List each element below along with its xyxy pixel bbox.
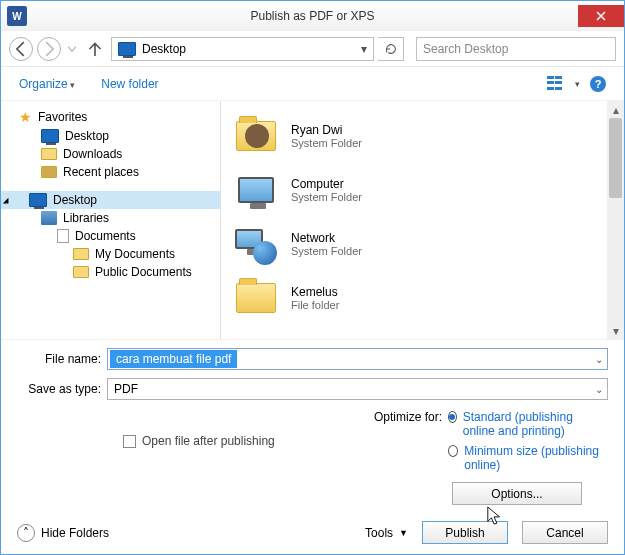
sidebar-item-desktop[interactable]: Desktop (1, 127, 220, 145)
list-item[interactable]: KemelusFile folder (235, 273, 610, 323)
tools-label: Tools (365, 526, 393, 540)
sidebar-item-recent[interactable]: Recent places (1, 163, 220, 181)
user-folder-icon (236, 121, 276, 151)
sidebar-item-documents[interactable]: Documents (1, 227, 220, 245)
search-placeholder: Search Desktop (423, 42, 508, 56)
radio-label: Minimum size (publishing online) (464, 444, 608, 472)
documents-icon (57, 229, 69, 243)
radio-icon (448, 411, 457, 423)
item-type: System Folder (291, 191, 362, 203)
form-area: File name: cara membuat file pdf ⌄ Save … (1, 339, 624, 511)
chevron-up-icon: ˄ (17, 524, 35, 542)
radio-minimum[interactable]: Minimum size (publishing online) (448, 444, 608, 472)
options-button[interactable]: Options... (452, 482, 582, 505)
scroll-thumb[interactable] (609, 118, 622, 198)
titlebar: W Publish as PDF or XPS (1, 1, 624, 31)
help-button[interactable]: ? (590, 76, 606, 92)
list-item[interactable]: NetworkSystem Folder (235, 219, 610, 269)
scroll-up-button[interactable]: ▴ (607, 101, 624, 118)
cancel-button[interactable]: Cancel (522, 521, 608, 544)
search-input[interactable]: Search Desktop (416, 37, 616, 61)
location-breadcrumb[interactable]: Desktop ▾ (111, 37, 374, 61)
publish-button[interactable]: Publish (422, 521, 508, 544)
item-type: System Folder (291, 137, 362, 149)
organize-button[interactable]: Organize (19, 77, 75, 91)
checkbox-icon (123, 435, 136, 448)
sidebar-item-label: Public Documents (95, 265, 192, 279)
folder-icon (73, 266, 89, 278)
sidebar-favorites-header[interactable]: ★ Favorites (1, 107, 220, 127)
sidebar-item-downloads[interactable]: Downloads (1, 145, 220, 163)
footer: ˄ Hide Folders Tools▼ Publish Cancel (1, 511, 624, 554)
item-name: Ryan Dwi (291, 123, 362, 137)
libraries-icon (41, 211, 57, 225)
scroll-down-button[interactable]: ▾ (607, 322, 624, 339)
sidebar-item-label: Recent places (63, 165, 139, 179)
sidebar-item-libraries[interactable]: Libraries (1, 209, 220, 227)
folder-icon (41, 148, 57, 160)
hide-folders-button[interactable]: ˄ Hide Folders (17, 524, 109, 542)
hide-folders-label: Hide Folders (41, 526, 109, 540)
radio-icon (448, 445, 458, 457)
sidebar-label: Favorites (38, 110, 87, 124)
view-mode-button[interactable] (547, 76, 565, 92)
forward-button[interactable] (37, 37, 61, 61)
view-dropdown[interactable]: ▾ (575, 79, 580, 89)
sidebar-item-label: Libraries (63, 211, 109, 225)
refresh-button[interactable] (378, 37, 404, 61)
open-after-checkbox[interactable]: Open file after publishing (123, 410, 275, 472)
item-type: File folder (291, 299, 339, 311)
save-type-value: PDF (108, 382, 144, 396)
scrollbar[interactable]: ▴ ▾ (607, 101, 624, 339)
desktop-icon (29, 193, 47, 207)
back-button[interactable] (9, 37, 33, 61)
save-type-label: Save as type: (17, 382, 101, 396)
file-name-value: cara membuat file pdf (110, 350, 237, 368)
sidebar-item-label: Desktop (53, 193, 97, 207)
word-icon: W (7, 6, 27, 26)
file-name-label: File name: (17, 352, 101, 366)
chevron-down-icon: ⌄ (595, 354, 603, 365)
radio-standard[interactable]: Standard (publishing online and printing… (448, 410, 608, 438)
folder-icon (73, 248, 89, 260)
item-name: Kemelus (291, 285, 339, 299)
sidebar-item-label: Desktop (65, 129, 109, 143)
globe-icon (253, 241, 277, 265)
desktop-icon (41, 129, 59, 143)
expand-icon (3, 197, 11, 205)
sidebar-item-label: Documents (75, 229, 136, 243)
breadcrumb-text: Desktop (142, 42, 186, 56)
sidebar-item-label: My Documents (95, 247, 175, 261)
window-title: Publish as PDF or XPS (1, 9, 624, 23)
list-item[interactable]: ComputerSystem Folder (235, 165, 610, 215)
optimize-label: Optimize for: (374, 410, 442, 472)
up-button[interactable] (83, 37, 107, 61)
desktop-icon (118, 42, 136, 56)
item-type: System Folder (291, 245, 362, 257)
recent-icon (41, 166, 57, 178)
star-icon: ★ (19, 109, 32, 125)
tools-button[interactable]: Tools▼ (365, 526, 408, 540)
chevron-down-icon: ▾ (361, 42, 367, 56)
sidebar-item-label: Downloads (63, 147, 122, 161)
radio-label: Standard (publishing online and printing… (463, 410, 608, 438)
toolbar: Organize New folder ▾ ? (1, 67, 624, 101)
nav-bar: Desktop ▾ Search Desktop (1, 31, 624, 67)
save-type-select[interactable]: PDF ⌄ (107, 378, 608, 400)
sidebar-item-publicdocuments[interactable]: Public Documents (1, 263, 220, 281)
sidebar-item-mydocuments[interactable]: My Documents (1, 245, 220, 263)
close-button[interactable] (578, 5, 624, 27)
new-folder-button[interactable]: New folder (101, 77, 158, 91)
sidebar-item-desktop-root[interactable]: Desktop (1, 191, 220, 209)
item-name: Network (291, 231, 362, 245)
chevron-down-icon: ⌄ (595, 384, 603, 395)
main-area: ★ Favorites Desktop Downloads Recent pla… (1, 101, 624, 339)
recent-dropdown[interactable] (65, 37, 79, 61)
content-pane: Ryan DwiSystem Folder ComputerSystem Fol… (221, 101, 624, 339)
folder-icon (236, 283, 276, 313)
file-name-input[interactable]: cara membuat file pdf ⌄ (107, 348, 608, 370)
list-item[interactable]: Ryan DwiSystem Folder (235, 111, 610, 161)
item-name: Computer (291, 177, 362, 191)
computer-icon (238, 177, 274, 203)
close-icon (596, 11, 606, 21)
